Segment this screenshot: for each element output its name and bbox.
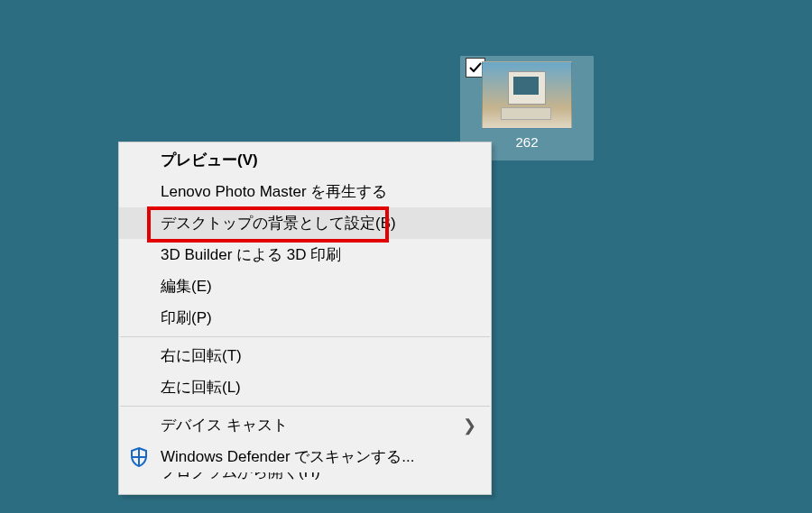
- chevron-right-icon: ❯: [463, 416, 476, 435]
- menu-item-open-with[interactable]: プログラムから開く(H): [119, 472, 491, 492]
- menu-separator: [120, 406, 490, 407]
- menu-label: プログラムから開く(H): [161, 472, 320, 482]
- menu-item-rotate-left[interactable]: 左に回転(L): [119, 371, 491, 403]
- menu-separator: [120, 336, 490, 337]
- menu-item-3d-builder-print[interactable]: 3D Builder による 3D 印刷: [119, 239, 491, 270]
- menu-item-lenovo-photo-master[interactable]: Lenovo Photo Master を再生する: [119, 176, 491, 207]
- menu-label: Windows Defender でスキャンする...: [161, 446, 415, 467]
- menu-label: 3D Builder による 3D 印刷: [161, 244, 341, 265]
- menu-label: 左に回転(L): [161, 377, 241, 398]
- icon-filename-label: 262: [515, 134, 538, 150]
- menu-label: デスクトップの背景として設定(B): [161, 213, 396, 234]
- defender-shield-icon: [126, 444, 152, 470]
- menu-label: デバイス キャスト: [161, 415, 288, 435]
- menu-item-cast-to-device[interactable]: デバイス キャスト ❯: [119, 409, 491, 441]
- menu-item-edit[interactable]: 編集(E): [119, 270, 491, 302]
- menu-label: 右に回転(T): [161, 345, 242, 366]
- menu-item-print[interactable]: 印刷(P): [119, 302, 491, 334]
- menu-label: 編集(E): [161, 276, 212, 297]
- menu-label: Lenovo Photo Master を再生する: [161, 181, 387, 202]
- menu-item-rotate-right[interactable]: 右に回転(T): [119, 340, 491, 371]
- menu-item-set-as-desktop-background[interactable]: デスクトップの背景として設定(B): [119, 207, 491, 239]
- menu-label: プレビュー(V): [161, 150, 258, 170]
- menu-item-preview[interactable]: プレビュー(V): [119, 144, 491, 176]
- svg-rect-1: [132, 456, 146, 458]
- context-menu: プレビュー(V) Lenovo Photo Master を再生する デスクトッ…: [118, 142, 492, 495]
- image-thumbnail: [482, 61, 572, 129]
- menu-item-windows-defender-scan[interactable]: Windows Defender でスキャンする...: [119, 441, 491, 472]
- checkmark-icon: [468, 60, 483, 75]
- menu-label: 印刷(P): [161, 307, 212, 328]
